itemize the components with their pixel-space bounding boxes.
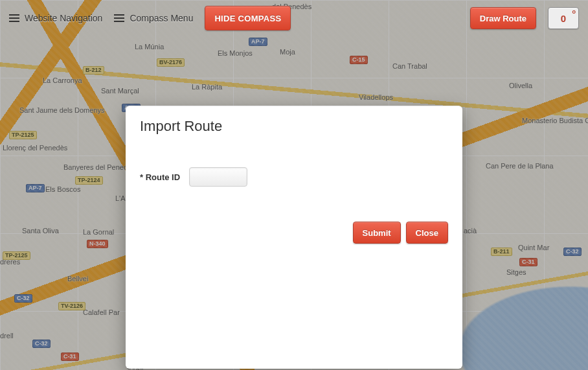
place-label: La Múnia — [135, 43, 164, 51]
place-label: acià — [464, 227, 477, 235]
place-label: Moja — [280, 48, 295, 56]
degree-symbol: o — [572, 9, 576, 15]
place-label: Can Pere de la Plana — [486, 162, 554, 170]
road-shield: BV-2176 — [157, 58, 185, 67]
compass-heading-value: 0 — [561, 13, 566, 24]
road-shield: N-340 — [87, 240, 108, 248]
place-label: Calafell Par — [83, 308, 120, 316]
road-shield: C-32 — [14, 294, 32, 303]
road-shield: C-31 — [519, 258, 537, 266]
place-label: dreres — [0, 258, 20, 266]
place-label: Olivella — [509, 82, 532, 89]
draw-route-button[interactable]: Draw Route — [470, 7, 536, 29]
compass-heading-display: 0 o — [548, 7, 579, 29]
compass-menu[interactable]: Compass Menu — [114, 13, 193, 23]
website-navigation-label: Website Navigation — [25, 13, 102, 23]
place-label: Sitges — [506, 268, 526, 276]
place-label: drell — [0, 332, 14, 340]
import-route-modal: Import Route * Route ID Submit Close — [126, 106, 462, 369]
place-label: La Carronya — [43, 76, 82, 84]
place-label: Els Boscos — [45, 185, 80, 193]
route-id-input[interactable] — [189, 167, 247, 187]
place-label: Els Monjos — [218, 49, 253, 57]
road-shield: C-32 — [563, 248, 582, 256]
road-shield: TP-2125 — [9, 131, 37, 139]
road-shield: B-211 — [491, 248, 512, 256]
road-shield: TP-2125 — [3, 251, 30, 260]
hide-compass-button[interactable]: HIDE COMPASS — [205, 6, 291, 30]
submit-button[interactable]: Submit — [353, 222, 401, 244]
road-shield: AP-7 — [26, 184, 45, 192]
modal-title: Import Route — [140, 118, 448, 135]
road-shield: TV-2126 — [58, 302, 85, 310]
top-bar: Website Navigation Compass Menu HIDE COM… — [0, 0, 588, 36]
road-shield: B-212 — [83, 66, 104, 75]
place-label: Viladellops — [359, 93, 393, 101]
road-shield: TP-2124 — [75, 176, 103, 185]
hamburger-icon — [9, 14, 19, 22]
road-shield: C-31 — [61, 353, 79, 361]
place-label: Llorenç del Penedès — [3, 144, 67, 152]
close-button[interactable]: Close — [406, 222, 448, 244]
place-label: Bellvei — [67, 275, 88, 283]
place-label: Sant Jaume dels Domenys — [19, 106, 104, 114]
route-id-label: * Route ID — [140, 172, 180, 182]
place-label: Can Trabal — [392, 62, 427, 70]
road-shield: AP-7 — [249, 38, 267, 46]
road-shield: C-15 — [350, 56, 368, 64]
compass-menu-label: Compass Menu — [130, 13, 193, 23]
road-shield: C-32 — [32, 340, 51, 348]
place-label: La Ràpita — [192, 83, 222, 91]
place-label: Quint Mar — [518, 244, 549, 251]
place-label: Sant Marçal — [101, 87, 139, 95]
place-label: Santa Oliva — [22, 227, 59, 235]
place-label: La Gornal — [83, 228, 114, 236]
place-label: Monasterio Budista Garraf, Sakya Tashi — [522, 117, 588, 124]
place-label: Banyeres del Penedès — [63, 163, 135, 171]
hamburger-icon — [114, 14, 124, 22]
website-navigation-menu[interactable]: Website Navigation — [9, 13, 102, 23]
route-id-row: * Route ID — [140, 167, 448, 187]
